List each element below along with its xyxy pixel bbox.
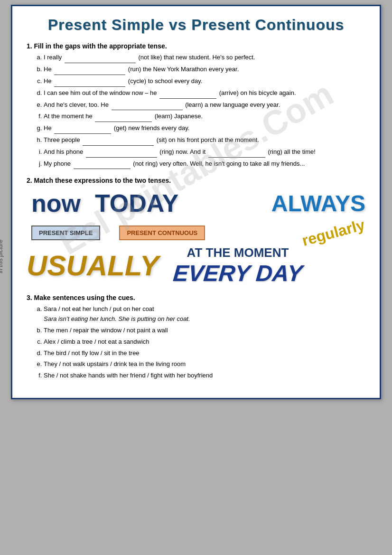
blank[interactable] [74,159,131,169]
list-item: He (cycle) to school every day. [44,76,365,87]
word-every-day: EVERY DAY [172,260,303,286]
list-item: And he's clever, too. He (learn) a new l… [44,100,365,111]
word-always: ALWAYS [271,190,365,216]
blank[interactable] [65,53,136,63]
blank[interactable] [54,123,111,134]
cue-text: The men / repair the window / not paint … [44,327,168,334]
list-item: They / not walk upstairs / drink tea in … [44,359,365,369]
worksheet-page: Esl printables.Com in this picture Prese… [11,5,381,399]
blank[interactable] [95,112,152,122]
blank[interactable] [112,100,183,111]
list-item: He (get) new friends every day. [44,123,365,134]
section-1: 1. Fill in the gaps with the appropriate… [27,42,365,169]
side-label: in this picture [0,240,4,273]
blank[interactable] [54,65,125,75]
section3-heading: 3. Make sentences using the cues. [27,294,135,301]
section2-heading: 2. Match these expressions to the two te… [27,177,171,184]
word-usually: USUALLY [27,252,159,280]
blank[interactable] [159,88,216,99]
present-continuous-box: PRESENT CONTNUOUS [119,226,205,240]
section-2: 2. Match these expressions to the two te… [27,177,365,286]
list-item: I really (not like) that new student. He… [44,53,365,63]
list-item: The men / repair the window / not paint … [44,326,365,336]
list-item: My phone (not ring) very often. Well, he… [44,159,365,169]
match-area: now TODAY ALWAYS PRESENT SIMPLE PRESENT … [27,189,365,286]
blank[interactable] [208,147,265,158]
list-item: I can see him out of the window now – he… [44,88,365,99]
words-row-3: USUALLY AT THE MOMENT EVERY DAY [27,245,365,286]
blank[interactable] [83,135,154,146]
cue-text: Alex / climb a tree / not eat a sandwich [44,338,149,345]
cue-text: They / not walk upstairs / drink tea in … [44,360,186,367]
list-item: The bird / not fly low / sit in the tree [44,348,365,358]
word-at-moment: AT THE MOMENT [187,245,289,260]
word-regularly: regularly [300,216,366,250]
list-item: She / not shake hands with her friend / … [44,371,365,381]
cue-text: She / not shake hands with her friend / … [44,372,213,379]
list-item: Sara / not eat her lunch / put on her co… [44,304,365,324]
list-item: Three people (sit) on his front porch at… [44,135,365,146]
list-item: Alex / climb a tree / not eat a sandwich [44,337,365,347]
page-title: Present Simple vs Present Continuous [27,16,365,34]
answer-text: Sara isn’t eating her lunch. She is putt… [44,315,190,322]
section1-list: I really (not like) that new student. He… [44,53,365,169]
cue-text: Sara / not eat her lunch / put on her co… [44,305,154,312]
section3-list: Sara / not eat her lunch / put on her co… [44,304,365,381]
section1-heading: 1. Fill in the gaps with the appropriate… [27,42,167,50]
words-row-1: now TODAY ALWAYS [27,189,365,217]
list-item: And his phone (ring) now. And it (ring) … [44,147,365,158]
list-item: At the moment he (learn) Japanese. [44,112,365,122]
word-today: TODAY [95,189,178,217]
section-3: 3. Make sentences using the cues. Sara /… [27,294,365,381]
word-now: now [31,189,81,217]
blank[interactable] [54,76,125,87]
present-simple-box: PRESENT SIMPLE [31,226,100,240]
cue-text: The bird / not fly low / sit in the tree [44,349,140,357]
blank[interactable] [86,147,157,158]
list-item: He (run) the New York Marathon every yea… [44,65,365,75]
